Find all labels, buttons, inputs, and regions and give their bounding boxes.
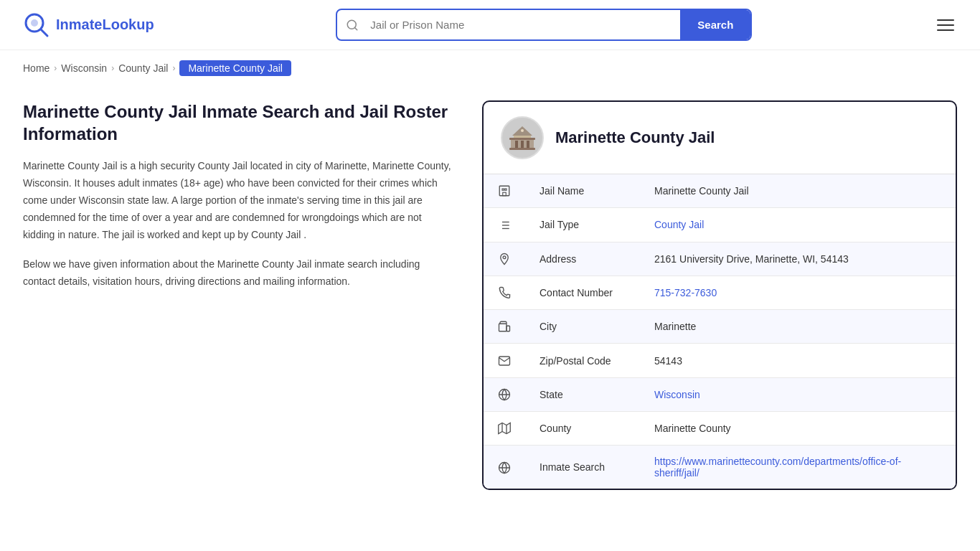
site-header: InmateLookup Search bbox=[0, 0, 980, 50]
field-label-state: State bbox=[525, 377, 640, 411]
table-row: CityMarinette bbox=[484, 310, 956, 344]
svg-point-2 bbox=[31, 19, 38, 27]
building-icon bbox=[484, 174, 525, 208]
table-row: Jail TypeCounty Jail bbox=[484, 208, 956, 242]
right-column: Marinette County Jail Jail NameMarinette… bbox=[482, 100, 957, 490]
svg-point-24 bbox=[503, 256, 506, 259]
main-content: Marinette County Jail Inmate Search and … bbox=[0, 86, 980, 519]
field-label-city: City bbox=[525, 310, 640, 344]
breadcrumb-current: Marinette County Jail bbox=[179, 60, 291, 76]
field-value-inmate-search[interactable]: https://www.marinettecounty.com/departme… bbox=[640, 446, 956, 489]
search-icon bbox=[337, 19, 367, 32]
breadcrumb-sep-2: › bbox=[111, 63, 114, 73]
svg-rect-14 bbox=[499, 187, 509, 197]
field-value-address: 2161 University Drive, Marinette, WI, 54… bbox=[640, 242, 956, 276]
svg-rect-16 bbox=[505, 189, 507, 190]
table-row: CountyMarinette County bbox=[484, 412, 956, 446]
field-value-county: Marinette County bbox=[640, 412, 956, 446]
table-row: Zip/Postal Code54143 bbox=[484, 344, 956, 377]
svg-rect-26 bbox=[507, 326, 510, 332]
logo-text: InmateLookup bbox=[56, 17, 154, 33]
svg-rect-25 bbox=[499, 324, 507, 332]
table-row: Address2161 University Drive, Marinette,… bbox=[484, 242, 956, 276]
svg-point-13 bbox=[521, 129, 524, 132]
city-icon bbox=[484, 310, 525, 344]
field-label-zip/postal-code: Zip/Postal Code bbox=[525, 344, 640, 377]
breadcrumb-home[interactable]: Home bbox=[23, 62, 50, 74]
svg-line-4 bbox=[355, 27, 357, 29]
page-title: Marinette County Jail Inmate Search and … bbox=[23, 100, 453, 145]
breadcrumb-sep-3: › bbox=[172, 63, 175, 73]
info-table: Jail NameMarinette County JailJail TypeC… bbox=[484, 174, 956, 489]
search-input[interactable] bbox=[367, 11, 680, 38]
breadcrumb: Home › Wisconsin › County Jail › Marinet… bbox=[0, 50, 980, 86]
svg-line-1 bbox=[41, 29, 47, 36]
breadcrumb-type[interactable]: County Jail bbox=[118, 62, 168, 74]
description-paragraph-1: Marinette County Jail is a high security… bbox=[23, 158, 453, 243]
mail-icon bbox=[484, 344, 525, 377]
svg-rect-10 bbox=[521, 141, 524, 148]
logo[interactable]: InmateLookup bbox=[23, 11, 154, 39]
svg-rect-9 bbox=[515, 141, 518, 148]
svg-rect-7 bbox=[509, 138, 535, 140]
field-value-state[interactable]: Wisconsin bbox=[640, 377, 956, 411]
field-label-address: Address bbox=[525, 242, 640, 276]
search-button[interactable]: Search bbox=[680, 10, 750, 39]
globe2-icon bbox=[484, 446, 525, 489]
card-jail-name: Marinette County Jail bbox=[555, 128, 715, 147]
logo-icon bbox=[23, 11, 50, 39]
field-value-jail-type[interactable]: County Jail bbox=[640, 208, 956, 242]
menu-button[interactable] bbox=[934, 17, 957, 34]
field-value-zip/postal-code: 54143 bbox=[640, 344, 956, 377]
description-paragraph-2: Below we have given information about th… bbox=[23, 256, 453, 291]
location-icon bbox=[484, 242, 525, 276]
field-label-jail-type: Jail Type bbox=[525, 208, 640, 242]
breadcrumb-sep-1: › bbox=[54, 63, 57, 73]
field-label-contact-number: Contact Number bbox=[525, 276, 640, 309]
search-area: Search bbox=[336, 9, 752, 41]
field-value-city: Marinette bbox=[640, 310, 956, 344]
field-value-contact-number[interactable]: 715-732-7630 bbox=[640, 276, 956, 309]
table-row: Contact Number715-732-7630 bbox=[484, 276, 956, 309]
list-icon bbox=[484, 208, 525, 242]
field-label-inmate-search: Inmate Search bbox=[525, 446, 640, 489]
left-column: Marinette County Jail Inmate Search and … bbox=[23, 100, 482, 490]
globe-icon bbox=[484, 377, 525, 411]
phone-icon bbox=[484, 276, 525, 309]
card-header: Marinette County Jail bbox=[484, 102, 956, 174]
svg-rect-8 bbox=[509, 148, 535, 150]
field-value-jail-name: Marinette County Jail bbox=[640, 174, 956, 208]
map-icon bbox=[484, 412, 525, 446]
svg-rect-15 bbox=[502, 189, 504, 190]
breadcrumb-state[interactable]: Wisconsin bbox=[61, 62, 107, 74]
field-label-jail-name: Jail Name bbox=[525, 174, 640, 208]
courthouse-icon bbox=[508, 123, 537, 152]
svg-rect-11 bbox=[527, 141, 529, 148]
table-row: Jail NameMarinette County Jail bbox=[484, 174, 956, 208]
search-wrapper: Search bbox=[336, 9, 752, 41]
table-row: StateWisconsin bbox=[484, 377, 956, 411]
table-row: Inmate Searchhttps://www.marinettecounty… bbox=[484, 446, 956, 489]
jail-avatar bbox=[501, 116, 544, 159]
field-label-county: County bbox=[525, 412, 640, 446]
jail-info-card: Marinette County Jail Jail NameMarinette… bbox=[482, 100, 957, 490]
